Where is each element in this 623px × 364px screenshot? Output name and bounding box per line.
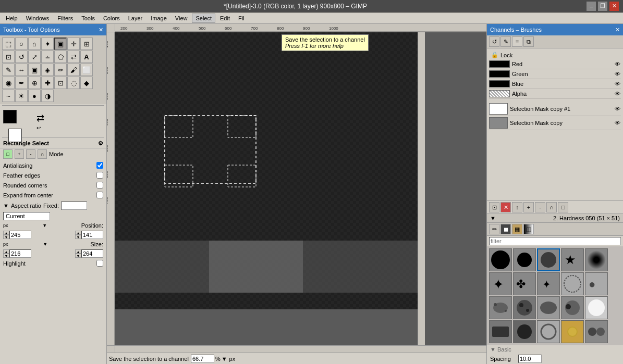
- tool-perspective[interactable]: ⬠: [54, 51, 67, 63]
- tool-path[interactable]: ✎: [2, 64, 15, 76]
- mask-row-2[interactable]: Selection Mask copy 👁: [489, 116, 621, 130]
- tool-blur[interactable]: ◌: [67, 77, 80, 89]
- tool-scale[interactable]: ⤢: [28, 51, 41, 63]
- ch-intersect-with-sel[interactable]: ∩: [546, 202, 557, 212]
- ch-add-to-sel[interactable]: +: [523, 202, 534, 212]
- tool-flip[interactable]: ⇄: [67, 51, 80, 63]
- brush-item-19[interactable]: [561, 320, 584, 343]
- ch-subtract-from-sel[interactable]: -: [535, 202, 545, 212]
- channel-green-eye[interactable]: 👁: [614, 70, 621, 78]
- brush-item-3[interactable]: [537, 248, 560, 271]
- vertical-scrollbar[interactable]: [418, 32, 425, 345]
- tool-paintbrush[interactable]: 🖌: [67, 64, 80, 76]
- brush-expand-basic-icon[interactable]: ▼: [490, 346, 496, 353]
- brush-tab-pencil[interactable]: ✏: [489, 224, 499, 234]
- brush-tab-dark[interactable]: ◼: [500, 224, 511, 234]
- menu-filters[interactable]: Filters: [54, 14, 77, 23]
- mask-2-eye[interactable]: 👁: [614, 119, 621, 127]
- brush-item-7[interactable]: ✤: [513, 272, 536, 295]
- tool-crop[interactable]: ⊡: [2, 51, 15, 63]
- brush-spacing-input[interactable]: [518, 355, 542, 363]
- brush-tab-pattern[interactable]: ▦: [512, 224, 522, 234]
- brush-item-11[interactable]: [489, 296, 512, 319]
- menu-image[interactable]: Image: [147, 14, 170, 23]
- tool-dodge[interactable]: ☀: [15, 90, 28, 102]
- x-up[interactable]: ▲: [3, 231, 9, 235]
- tool-eraser[interactable]: ⬜: [80, 64, 93, 76]
- tab-paths-icon[interactable]: ✎: [500, 36, 511, 47]
- mode-add[interactable]: +: [15, 149, 24, 159]
- tool-heal[interactable]: ✚: [41, 77, 54, 89]
- tool-ellipse-select[interactable]: ○: [15, 37, 28, 50]
- current-input[interactable]: [3, 212, 50, 220]
- ch-new-from-visible[interactable]: ⊡: [489, 202, 499, 212]
- right-panel-close-icon[interactable]: ✕: [615, 27, 620, 33]
- menu-fil[interactable]: Fil: [235, 14, 248, 23]
- antialiasing-checkbox[interactable]: [96, 162, 103, 169]
- highlight-checkbox[interactable]: [96, 260, 103, 267]
- brush-item-14[interactable]: [561, 296, 584, 319]
- x-input[interactable]: [9, 231, 31, 239]
- tab-channels-icon[interactable]: ≡: [512, 36, 522, 47]
- channel-alpha-eye[interactable]: 👁: [614, 90, 621, 97]
- tool-rect-select-2[interactable]: ▣: [54, 37, 67, 50]
- ch-channel-to-sel[interactable]: ↑: [512, 202, 522, 212]
- menu-view[interactable]: View: [172, 14, 191, 23]
- channel-red-eye[interactable]: 👁: [614, 60, 621, 68]
- mask-1-eye[interactable]: 👁: [614, 105, 621, 112]
- tab-undo-icon[interactable]: ↺: [489, 36, 499, 47]
- ch-delete[interactable]: ✕: [500, 202, 511, 212]
- feather-checkbox[interactable]: [96, 172, 103, 179]
- y-down[interactable]: ▼: [75, 235, 81, 239]
- tool-text[interactable]: A: [80, 51, 93, 63]
- tool-perspective-clone[interactable]: ⊡: [54, 77, 67, 89]
- brush-item-20[interactable]: [585, 320, 608, 343]
- brush-expand-icon[interactable]: ▼: [490, 215, 496, 221]
- foreground-color[interactable]: [3, 110, 17, 123]
- tool-sharpen2[interactable]: ◆: [80, 77, 93, 89]
- mode-replace[interactable]: □: [3, 149, 13, 159]
- brush-item-13[interactable]: [537, 296, 560, 319]
- brush-item-15[interactable]: [585, 296, 608, 319]
- tool-options-settings-icon[interactable]: ⚙: [98, 140, 103, 147]
- zoom-input[interactable]: [191, 355, 214, 363]
- restore-button[interactable]: ❐: [598, 2, 607, 11]
- w-down[interactable]: ▼: [3, 254, 9, 258]
- tab-layers-icon[interactable]: ⧉: [523, 36, 534, 47]
- brush-item-16[interactable]: [489, 320, 512, 343]
- tool-shear[interactable]: ⫨: [41, 51, 54, 63]
- mode-intersect[interactable]: ∩: [38, 149, 47, 159]
- tool-align[interactable]: ⊞: [80, 37, 93, 50]
- tool-rect-select[interactable]: ⬚: [2, 37, 15, 50]
- tool-airbrush[interactable]: ◉: [2, 77, 15, 89]
- channel-green[interactable]: Green 👁: [489, 69, 621, 79]
- brush-item-2[interactable]: [513, 248, 536, 271]
- w-up[interactable]: ▲: [3, 249, 9, 254]
- minimize-button[interactable]: –: [587, 2, 596, 11]
- h-up[interactable]: ▲: [75, 249, 81, 254]
- tool-measure[interactable]: ↔: [15, 64, 28, 76]
- tool-free-select[interactable]: ⌂: [28, 37, 41, 50]
- h-input[interactable]: [81, 249, 103, 258]
- brush-item-12[interactable]: [513, 296, 536, 319]
- brush-item-10[interactable]: ●: [585, 272, 608, 295]
- brush-item-8[interactable]: ✦: [537, 272, 560, 295]
- y-input[interactable]: [81, 231, 103, 239]
- brush-item-9[interactable]: [561, 272, 584, 295]
- menu-tools[interactable]: Tools: [78, 14, 99, 23]
- brush-item-1[interactable]: [489, 248, 512, 271]
- brush-filter-input[interactable]: [489, 237, 621, 245]
- tool-clone[interactable]: ⊕: [28, 77, 41, 89]
- toolbox-close-icon[interactable]: ✕: [99, 27, 103, 33]
- x-down[interactable]: ▼: [3, 235, 9, 239]
- zoom-down-icon[interactable]: ▼: [222, 356, 227, 362]
- background-color[interactable]: [8, 129, 22, 142]
- menu-windows[interactable]: Windows: [22, 14, 53, 23]
- channel-blue[interactable]: Blue 👁: [489, 79, 621, 89]
- menu-help[interactable]: Help: [2, 14, 21, 23]
- aspect-ratio-expand-icon[interactable]: ▼: [3, 203, 9, 209]
- tool-burn[interactable]: ●: [28, 90, 41, 102]
- channel-alpha[interactable]: Alpha 👁: [489, 89, 621, 99]
- brush-item-17[interactable]: [513, 320, 536, 343]
- w-input[interactable]: [9, 249, 31, 258]
